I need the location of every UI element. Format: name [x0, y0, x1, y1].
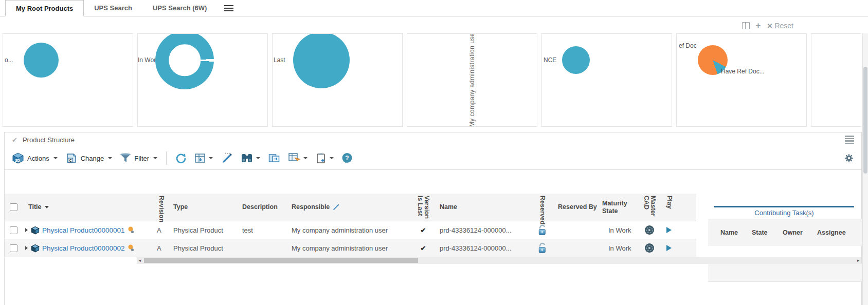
vertical-scrollbar-thumb[interactable]	[863, 67, 867, 174]
refresh-button[interactable]	[175, 153, 187, 164]
table-pointer-icon	[288, 153, 300, 164]
product-structure-section: ✔ Product Structure 3D Actions	[4, 132, 862, 305]
vertical-scrollbar[interactable]	[862, 33, 868, 305]
col-maturity-state[interactable]: Maturity State	[598, 194, 640, 221]
help-icon: ?	[341, 153, 353, 164]
cad-master-icon[interactable]	[644, 243, 655, 253]
expand-row-icon[interactable]	[25, 246, 28, 250]
help-button[interactable]: ?	[341, 153, 353, 164]
chart-label: In Work	[138, 56, 154, 64]
svg-text:?: ?	[345, 155, 349, 162]
expand-panel-button[interactable]	[268, 153, 280, 164]
horizontal-scrollbar-thumb[interactable]	[144, 258, 418, 263]
reset-button[interactable]: ✕ Reset	[767, 22, 793, 30]
section-menu-icon[interactable]	[845, 136, 854, 144]
edit-column-icon[interactable]	[333, 204, 339, 211]
donut-chart[interactable]	[155, 33, 214, 89]
pie-chart[interactable]	[562, 46, 590, 74]
col-reserved[interactable]: Reserved	[530, 194, 554, 220]
relations-icon[interactable]	[128, 244, 134, 252]
actions-menu-button[interactable]: 3D Actions	[12, 152, 58, 164]
horizontal-scrollbar[interactable]: ◂ ▸	[137, 257, 861, 264]
tab-my-root-products[interactable]: My Root Products	[5, 0, 84, 16]
chevron-down-icon	[303, 157, 308, 159]
col-reserved-by[interactable]: Reserved By	[554, 194, 598, 221]
dashboard-strip: o... In Work Last My company administrat…	[3, 33, 861, 127]
settings-button[interactable]	[844, 153, 854, 163]
tasks-row-empty	[708, 264, 862, 282]
tasks-col-state[interactable]: State	[752, 229, 783, 236]
filter-menu-button[interactable]: Filter	[120, 153, 157, 163]
row-checkbox[interactable]	[10, 226, 17, 234]
tasks-col-owner[interactable]: Owner	[783, 229, 817, 236]
chart-card-3: Last	[272, 33, 403, 127]
collapse-section-icon[interactable]: ✔	[12, 136, 17, 144]
col-title[interactable]: Title	[24, 194, 153, 221]
chart-card-2: In Work	[137, 33, 268, 127]
chevron-down-icon	[108, 157, 112, 159]
cell-name: prd-43336124-000000...	[436, 221, 530, 239]
chart-card-5: NCE	[541, 33, 672, 127]
cell-type: Physical Product	[169, 221, 238, 239]
col-is-last-version[interactable]: Is Last Version	[411, 194, 436, 220]
edit-button[interactable]	[221, 153, 233, 164]
section-title: Product Structure	[23, 136, 75, 144]
search-structure-button[interactable]	[241, 153, 260, 164]
chevron-down-icon	[153, 157, 157, 159]
columns-layout-icon[interactable]	[742, 22, 750, 29]
col-type[interactable]: Type	[169, 194, 238, 221]
tab-overflow-menu-icon[interactable]	[224, 0, 233, 16]
cell-revision: A	[153, 221, 169, 239]
unlocked-icon[interactable]	[537, 242, 547, 254]
col-cad-master[interactable]: CAD Master	[640, 194, 659, 220]
pie-slice-label: Have Ref Doc...	[721, 68, 765, 75]
cell-description: test	[238, 221, 287, 239]
unlocked-icon[interactable]	[537, 224, 547, 236]
chevron-down-icon	[330, 157, 334, 159]
pie-chart[interactable]	[293, 33, 350, 88]
play-button[interactable]	[666, 227, 672, 233]
scroll-right-icon[interactable]: ▸	[855, 258, 861, 263]
cell-maturity: In Work	[598, 221, 640, 239]
cell-reserved	[530, 221, 554, 239]
scroll-left-icon[interactable]: ◂	[137, 258, 143, 263]
col-responsible[interactable]: Responsible	[287, 194, 411, 221]
play-button[interactable]	[666, 245, 672, 251]
col-play[interactable]: Play	[659, 194, 679, 220]
cell-description	[238, 239, 287, 257]
toolbar-divider	[166, 151, 167, 165]
col-description[interactable]: Description	[238, 194, 287, 221]
chevron-down-icon	[53, 157, 58, 159]
table-header-band: Title Revision Type Description Responsi…	[5, 194, 696, 221]
relations-icon[interactable]	[128, 226, 134, 234]
physical-product-icon	[31, 244, 40, 253]
cell-type: Physical Product	[169, 239, 238, 257]
cell-name: prd-43336124-000000...	[436, 239, 530, 257]
new-content-button[interactable]	[315, 153, 334, 164]
tasks-col-assignee[interactable]: Assignee	[817, 229, 861, 236]
table-row[interactable]: Physical Product00000002 A Physical Prod…	[5, 239, 696, 257]
expand-row-icon[interactable]	[25, 228, 28, 232]
cad-master-icon[interactable]	[644, 225, 655, 235]
tab-ups-search-6w[interactable]: UPS Search (6W)	[142, 0, 217, 16]
is-last-version-check-icon: ✔	[421, 226, 426, 234]
col-revision[interactable]: Revision	[153, 194, 169, 220]
chevron-down-icon	[256, 157, 260, 159]
add-chart-icon[interactable]: +	[756, 23, 761, 29]
change-menu-button[interactable]: C Change	[65, 152, 113, 164]
tasks-col-name[interactable]: Name	[720, 229, 752, 236]
column-settings-button[interactable]	[194, 153, 213, 163]
row-checkbox[interactable]	[10, 244, 17, 252]
col-name[interactable]: Name	[436, 194, 530, 221]
row-title-link[interactable]: Physical Product00000002	[42, 244, 125, 252]
select-all-checkbox[interactable]	[10, 203, 17, 211]
cell-cad-master	[640, 239, 659, 257]
table-row[interactable]: Physical Product00000001 A Physical Prod…	[5, 221, 696, 239]
tab-bar: My Root Products UPS Search UPS Search (…	[0, 0, 868, 16]
chart-card-4: My company administration use	[407, 33, 537, 127]
row-title-link[interactable]: Physical Product00000001	[42, 226, 125, 234]
tab-ups-search[interactable]: UPS Search	[84, 0, 142, 16]
pie-chart[interactable]	[24, 43, 59, 78]
select-columns-button[interactable]	[288, 153, 308, 164]
section-header: ✔ Product Structure	[5, 132, 861, 147]
